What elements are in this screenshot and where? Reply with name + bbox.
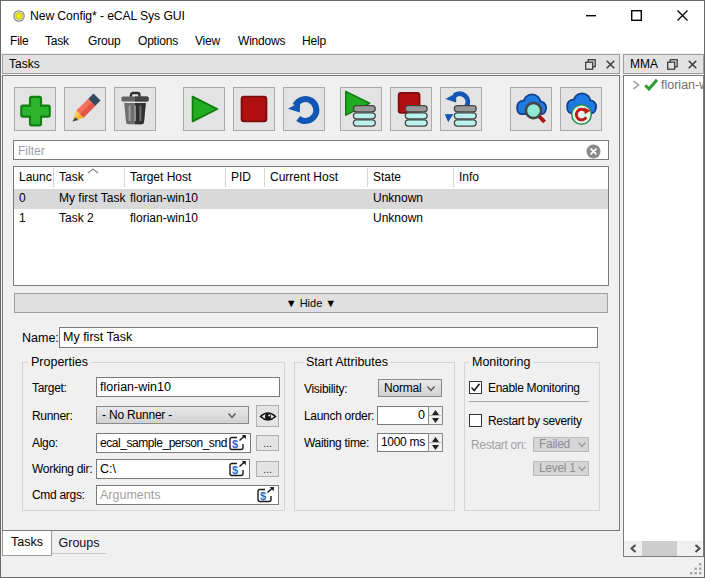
svg-text:$: $: [260, 490, 266, 502]
svg-text:$: $: [232, 464, 238, 476]
svg-text:$: $: [232, 438, 238, 450]
